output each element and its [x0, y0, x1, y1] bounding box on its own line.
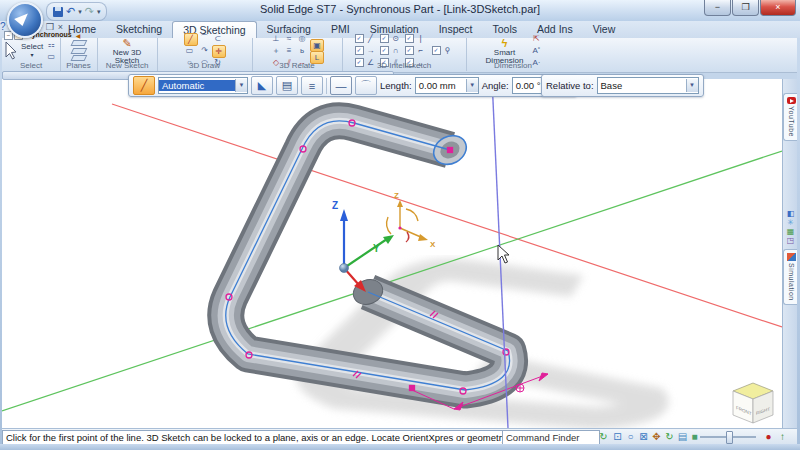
pan-icon[interactable]: ✥	[650, 430, 663, 443]
window-controls: − ❒ ×	[704, 0, 796, 16]
curve-tool-icon[interactable]: ↷	[199, 45, 211, 56]
length-label: Length:	[380, 80, 412, 91]
group-new-sketch: ✎ New 3D Sketch New Sketch	[97, 38, 158, 71]
rotate-icon[interactable]: ↻	[663, 430, 676, 443]
zoom-area-icon[interactable]: ⊡	[611, 430, 624, 443]
refresh-icon[interactable]: ↻	[597, 430, 610, 443]
publish-icon[interactable]: ↑	[776, 430, 789, 443]
maximize-button[interactable]: ❒	[732, 0, 759, 16]
record-icon[interactable]: ●	[762, 430, 775, 443]
locate-icon: ⚲	[442, 45, 454, 56]
zoom-slider-thumb[interactable]	[726, 431, 733, 444]
chevron-down-icon[interactable]: ▼	[686, 79, 698, 92]
z-axis-label: Z	[332, 200, 338, 211]
doc-restore-icon[interactable]: ❒	[46, 22, 54, 32]
application-menu-button[interactable]	[7, 2, 43, 38]
fit-icon[interactable]: ⊠	[637, 430, 650, 443]
connect-relate-icon[interactable]: ＋	[270, 45, 282, 56]
tab-view[interactable]: View	[583, 21, 626, 38]
relative-to-combo[interactable]: Base ▼	[597, 77, 699, 94]
view-cube[interactable]: FRONT RIGHT	[733, 383, 773, 423]
parts-library-icon[interactable]: ◧	[786, 209, 796, 218]
tangent-arc-icon[interactable]: ⊂	[212, 33, 224, 44]
group-3d-relate: ⊥ ＋ ◇ ≈ ≡ ⫽ ◎ ь -- ▣ L 3D Relate	[252, 38, 343, 71]
ribbon: Select▾ ⚏ ▭ Select Planes ✎ New 3D	[0, 38, 800, 73]
tab-inspect[interactable]: Inspect	[429, 21, 483, 38]
group-select: Select▾ ⚏ ▭ Select	[2, 38, 61, 71]
line-tool-active-icon[interactable]: ╱	[133, 76, 155, 95]
hatch-style-icon[interactable]: ▤	[276, 76, 298, 95]
window-frame-bottom	[0, 444, 800, 450]
tangent-check[interactable]: ✓	[380, 46, 389, 55]
orientxpres-z-label: Z	[394, 191, 399, 200]
model-viewport[interactable]: Z Y Z X	[2, 79, 782, 428]
vertical-check[interactable]: ✓	[405, 34, 414, 43]
collapse-arrow-icon[interactable]: ◀	[76, 32, 81, 39]
youtube-icon	[787, 97, 796, 104]
group-dimension: ϟ Smart Dimension ⇱ A˚ A· Dimension	[466, 38, 560, 71]
simulation-tab[interactable]: Simulation	[783, 249, 798, 305]
line-weight-icon[interactable]: ≡	[301, 76, 323, 95]
arc-mode-button[interactable]: ⌒	[355, 76, 377, 95]
parallel-relate-icon[interactable]: ≈	[283, 33, 295, 44]
perp-check[interactable]: ✓	[405, 46, 414, 55]
status-bar: Click for the first point of the line. 3…	[0, 428, 800, 445]
undo-icon[interactable]: ↶	[66, 6, 75, 17]
rectangle-tool-icon[interactable]: ▭	[184, 45, 196, 56]
redo-icon: ↷	[85, 6, 94, 17]
length-combo[interactable]: 0.00 mm ▼	[415, 77, 479, 94]
line-type-combo[interactable]: Automatic ▼	[158, 77, 248, 94]
orientxpres-x-label: X	[430, 240, 436, 249]
line-mode-button[interactable]: —	[330, 76, 352, 95]
concentric-relate-icon[interactable]: ◎	[296, 33, 308, 44]
quick-access-toolbar: ↶ ▾ ↷ ▾	[46, 2, 107, 21]
arc-tool-icon[interactable]: ⌒	[199, 33, 211, 44]
locate-check[interactable]: ✓	[432, 46, 441, 55]
perpendicular-relate-icon[interactable]: ⊥	[270, 33, 282, 44]
undo-dropdown-icon[interactable]: ▾	[78, 8, 82, 16]
youtube-tab[interactable]: YouTube	[783, 93, 798, 141]
save-icon[interactable]	[53, 7, 63, 17]
coincident-plane-icon[interactable]	[70, 40, 87, 46]
command-finder-input[interactable]: Command Finder	[502, 430, 600, 445]
chevron-down-icon[interactable]: ▼	[466, 79, 478, 92]
endpoint-icon: ╱	[365, 33, 377, 44]
y-axis-label: Y	[373, 243, 380, 254]
group-3d-draw: ╱ ▭ ○ ⌒ ↷ ◠ ⊂ ✛ ↻ 3D Draw	[157, 38, 253, 71]
orientxpres-triad[interactable]: Z X	[387, 191, 436, 249]
vertical-relate-icon[interactable]: ь	[296, 45, 308, 56]
lightning-icon: ϟ	[502, 37, 508, 49]
midpoint-icon: →	[365, 45, 377, 56]
base-coordinate-triad[interactable]: Z Y	[332, 200, 394, 292]
distance-between-icon[interactable]: ⇱	[530, 33, 542, 44]
image-gallery-icon[interactable]: ▦	[786, 227, 796, 236]
angled-plane-icon[interactable]	[70, 48, 87, 54]
window-frame-left	[0, 38, 2, 444]
prompt-message: Click for the first point of the line. 3…	[2, 430, 506, 445]
chevron-down-icon[interactable]: ▼	[235, 79, 247, 92]
select-options-icon[interactable]: ⚏	[45, 39, 57, 50]
endpoint-check[interactable]: ✓	[355, 34, 364, 43]
minimize-button[interactable]: −	[704, 0, 731, 16]
zoom-icon[interactable]: ○	[624, 430, 637, 443]
relative-to-bar: Relative to: Base ▼	[541, 74, 704, 97]
perp-icon: ⌐	[415, 45, 427, 56]
angle-between-icon[interactable]: A˚	[530, 45, 542, 56]
window-title: Solid Edge ST7 - Synchronous Part - [Lin…	[150, 3, 650, 15]
keypoint-icon[interactable]: ◣	[251, 76, 273, 95]
viewport-canvas: Z Y Z X	[2, 79, 782, 428]
simulation-icon	[787, 253, 796, 261]
right-dock-panel: YouTube ◧ ✳ ▦ ◳ Simulation	[782, 79, 798, 428]
snowflake-icon[interactable]: ✳	[786, 218, 796, 227]
pointer-panel-icon[interactable]: ◳	[786, 236, 796, 245]
tangent-icon: ∩	[390, 45, 402, 56]
equal-relate-icon[interactable]: ≡	[283, 45, 295, 56]
select-button[interactable]: Select▾	[19, 42, 45, 60]
select-cursor-icon[interactable]	[4, 41, 19, 60]
customize-toolbar-icon[interactable]: ▾	[97, 8, 101, 16]
center-check[interactable]: ✓	[380, 34, 389, 43]
vertical-icon: ❘	[415, 33, 427, 44]
close-button[interactable]: ×	[760, 0, 796, 16]
midpoint-check[interactable]: ✓	[355, 46, 364, 55]
angle-label: Angle:	[482, 80, 509, 91]
